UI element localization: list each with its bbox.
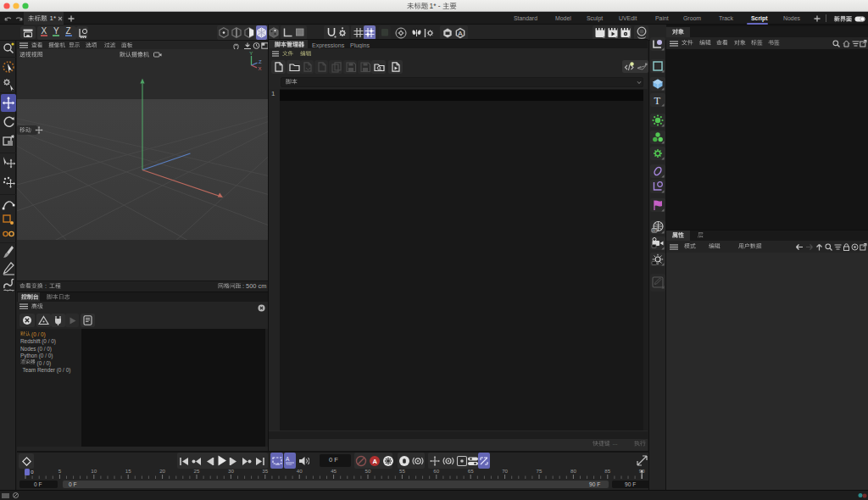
svg-text:100: 100 <box>286 463 292 466</box>
svg-text:10: 10 <box>91 468 97 474</box>
svg-text:X: X <box>259 66 262 70</box>
svg-text:80: 80 <box>570 468 576 474</box>
svg-text:50: 50 <box>365 468 371 474</box>
svg-text:20: 20 <box>159 468 165 474</box>
svg-text:SP: SP <box>653 229 658 232</box>
svg-text:T: T <box>654 95 661 107</box>
svg-text:5: 5 <box>58 468 62 474</box>
svg-text:75: 75 <box>537 468 542 474</box>
svg-text:70: 70 <box>502 468 508 474</box>
svg-text:25: 25 <box>194 468 200 474</box>
svg-text:60: 60 <box>433 468 439 474</box>
svg-text:85: 85 <box>604 468 610 474</box>
svg-text:65: 65 <box>468 468 474 474</box>
svg-text:45: 45 <box>331 468 337 474</box>
svg-text:A: A <box>286 456 290 462</box>
svg-text:A: A <box>458 30 463 37</box>
svg-text:35: 35 <box>262 468 268 474</box>
svg-text:A: A <box>372 458 377 465</box>
svg-text:30: 30 <box>228 468 234 474</box>
svg-text:55: 55 <box>399 468 405 474</box>
svg-text:Z: Z <box>259 59 262 64</box>
svg-text:40: 40 <box>297 468 303 474</box>
svg-text:Y: Y <box>249 51 253 56</box>
svg-text:15: 15 <box>125 468 131 474</box>
